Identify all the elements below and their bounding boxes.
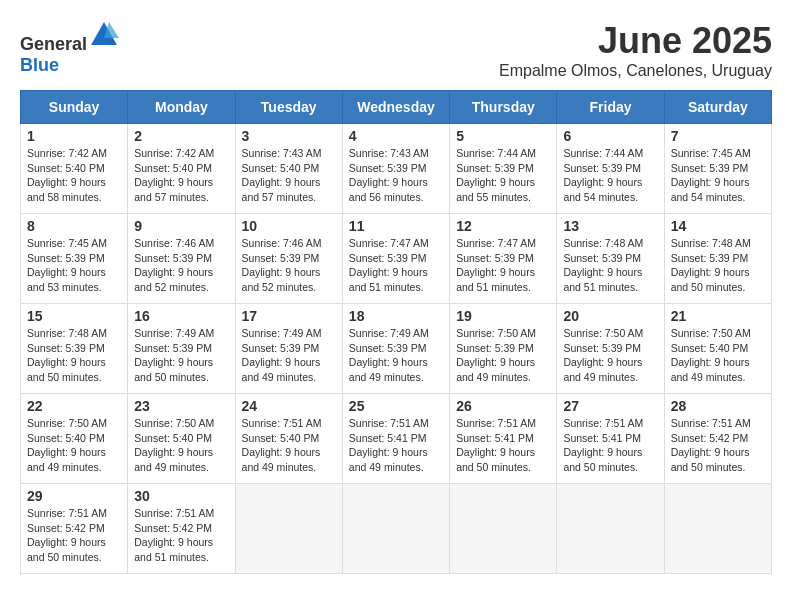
day-info: Sunrise: 7:49 AM Sunset: 5:39 PM Dayligh…	[134, 326, 228, 385]
day-info: Sunrise: 7:51 AM Sunset: 5:41 PM Dayligh…	[563, 416, 657, 475]
day-number: 3	[242, 128, 336, 144]
day-number: 15	[27, 308, 121, 324]
day-number: 7	[671, 128, 765, 144]
day-cell-5: 5Sunrise: 7:44 AM Sunset: 5:39 PM Daylig…	[450, 124, 557, 214]
day-number: 20	[563, 308, 657, 324]
calendar-header-row: SundayMondayTuesdayWednesdayThursdayFrid…	[21, 91, 772, 124]
day-info: Sunrise: 7:46 AM Sunset: 5:39 PM Dayligh…	[242, 236, 336, 295]
day-number: 30	[134, 488, 228, 504]
day-info: Sunrise: 7:50 AM Sunset: 5:40 PM Dayligh…	[671, 326, 765, 385]
week-row-4: 22Sunrise: 7:50 AM Sunset: 5:40 PM Dayli…	[21, 394, 772, 484]
day-cell-7: 7Sunrise: 7:45 AM Sunset: 5:39 PM Daylig…	[664, 124, 771, 214]
week-row-2: 8Sunrise: 7:45 AM Sunset: 5:39 PM Daylig…	[21, 214, 772, 304]
day-info: Sunrise: 7:51 AM Sunset: 5:42 PM Dayligh…	[27, 506, 121, 565]
page-header: General Blue June 2025 Empalme Olmos, Ca…	[20, 20, 772, 80]
logo-icon	[89, 20, 119, 50]
day-cell-8: 8Sunrise: 7:45 AM Sunset: 5:39 PM Daylig…	[21, 214, 128, 304]
day-number: 18	[349, 308, 443, 324]
day-cell-9: 9Sunrise: 7:46 AM Sunset: 5:39 PM Daylig…	[128, 214, 235, 304]
day-cell-4: 4Sunrise: 7:43 AM Sunset: 5:39 PM Daylig…	[342, 124, 449, 214]
day-number: 12	[456, 218, 550, 234]
day-info: Sunrise: 7:49 AM Sunset: 5:39 PM Dayligh…	[242, 326, 336, 385]
day-cell-22: 22Sunrise: 7:50 AM Sunset: 5:40 PM Dayli…	[21, 394, 128, 484]
empty-cell	[342, 484, 449, 574]
weekday-header-saturday: Saturday	[664, 91, 771, 124]
day-info: Sunrise: 7:43 AM Sunset: 5:40 PM Dayligh…	[242, 146, 336, 205]
day-number: 19	[456, 308, 550, 324]
day-cell-10: 10Sunrise: 7:46 AM Sunset: 5:39 PM Dayli…	[235, 214, 342, 304]
location-subtitle: Empalme Olmos, Canelones, Uruguay	[499, 62, 772, 80]
day-cell-30: 30Sunrise: 7:51 AM Sunset: 5:42 PM Dayli…	[128, 484, 235, 574]
weekday-header-sunday: Sunday	[21, 91, 128, 124]
day-number: 2	[134, 128, 228, 144]
day-cell-3: 3Sunrise: 7:43 AM Sunset: 5:40 PM Daylig…	[235, 124, 342, 214]
day-cell-1: 1Sunrise: 7:42 AM Sunset: 5:40 PM Daylig…	[21, 124, 128, 214]
day-info: Sunrise: 7:51 AM Sunset: 5:42 PM Dayligh…	[134, 506, 228, 565]
calendar-body: 1Sunrise: 7:42 AM Sunset: 5:40 PM Daylig…	[21, 124, 772, 574]
day-cell-24: 24Sunrise: 7:51 AM Sunset: 5:40 PM Dayli…	[235, 394, 342, 484]
day-info: Sunrise: 7:47 AM Sunset: 5:39 PM Dayligh…	[349, 236, 443, 295]
day-number: 16	[134, 308, 228, 324]
week-row-1: 1Sunrise: 7:42 AM Sunset: 5:40 PM Daylig…	[21, 124, 772, 214]
day-number: 5	[456, 128, 550, 144]
empty-cell	[450, 484, 557, 574]
day-info: Sunrise: 7:42 AM Sunset: 5:40 PM Dayligh…	[134, 146, 228, 205]
weekday-header-thursday: Thursday	[450, 91, 557, 124]
day-number: 10	[242, 218, 336, 234]
month-title: June 2025	[499, 20, 772, 62]
day-info: Sunrise: 7:44 AM Sunset: 5:39 PM Dayligh…	[563, 146, 657, 205]
weekday-header-friday: Friday	[557, 91, 664, 124]
day-cell-20: 20Sunrise: 7:50 AM Sunset: 5:39 PM Dayli…	[557, 304, 664, 394]
day-cell-23: 23Sunrise: 7:50 AM Sunset: 5:40 PM Dayli…	[128, 394, 235, 484]
day-number: 22	[27, 398, 121, 414]
day-info: Sunrise: 7:47 AM Sunset: 5:39 PM Dayligh…	[456, 236, 550, 295]
day-info: Sunrise: 7:45 AM Sunset: 5:39 PM Dayligh…	[27, 236, 121, 295]
day-info: Sunrise: 7:46 AM Sunset: 5:39 PM Dayligh…	[134, 236, 228, 295]
day-number: 21	[671, 308, 765, 324]
day-info: Sunrise: 7:43 AM Sunset: 5:39 PM Dayligh…	[349, 146, 443, 205]
day-cell-11: 11Sunrise: 7:47 AM Sunset: 5:39 PM Dayli…	[342, 214, 449, 304]
day-info: Sunrise: 7:51 AM Sunset: 5:42 PM Dayligh…	[671, 416, 765, 475]
day-cell-17: 17Sunrise: 7:49 AM Sunset: 5:39 PM Dayli…	[235, 304, 342, 394]
day-info: Sunrise: 7:48 AM Sunset: 5:39 PM Dayligh…	[27, 326, 121, 385]
day-cell-16: 16Sunrise: 7:49 AM Sunset: 5:39 PM Dayli…	[128, 304, 235, 394]
week-row-5: 29Sunrise: 7:51 AM Sunset: 5:42 PM Dayli…	[21, 484, 772, 574]
day-number: 28	[671, 398, 765, 414]
day-number: 6	[563, 128, 657, 144]
day-number: 24	[242, 398, 336, 414]
day-cell-2: 2Sunrise: 7:42 AM Sunset: 5:40 PM Daylig…	[128, 124, 235, 214]
day-number: 9	[134, 218, 228, 234]
day-number: 17	[242, 308, 336, 324]
day-info: Sunrise: 7:50 AM Sunset: 5:40 PM Dayligh…	[134, 416, 228, 475]
day-cell-6: 6Sunrise: 7:44 AM Sunset: 5:39 PM Daylig…	[557, 124, 664, 214]
day-info: Sunrise: 7:51 AM Sunset: 5:41 PM Dayligh…	[349, 416, 443, 475]
day-info: Sunrise: 7:50 AM Sunset: 5:39 PM Dayligh…	[456, 326, 550, 385]
week-row-3: 15Sunrise: 7:48 AM Sunset: 5:39 PM Dayli…	[21, 304, 772, 394]
day-info: Sunrise: 7:50 AM Sunset: 5:39 PM Dayligh…	[563, 326, 657, 385]
day-cell-15: 15Sunrise: 7:48 AM Sunset: 5:39 PM Dayli…	[21, 304, 128, 394]
calendar-table: SundayMondayTuesdayWednesdayThursdayFrid…	[20, 90, 772, 574]
day-info: Sunrise: 7:49 AM Sunset: 5:39 PM Dayligh…	[349, 326, 443, 385]
day-cell-13: 13Sunrise: 7:48 AM Sunset: 5:39 PM Dayli…	[557, 214, 664, 304]
weekday-header-tuesday: Tuesday	[235, 91, 342, 124]
logo: General Blue	[20, 20, 119, 76]
empty-cell	[664, 484, 771, 574]
day-number: 27	[563, 398, 657, 414]
day-cell-18: 18Sunrise: 7:49 AM Sunset: 5:39 PM Dayli…	[342, 304, 449, 394]
day-cell-21: 21Sunrise: 7:50 AM Sunset: 5:40 PM Dayli…	[664, 304, 771, 394]
day-info: Sunrise: 7:48 AM Sunset: 5:39 PM Dayligh…	[671, 236, 765, 295]
day-cell-25: 25Sunrise: 7:51 AM Sunset: 5:41 PM Dayli…	[342, 394, 449, 484]
day-info: Sunrise: 7:50 AM Sunset: 5:40 PM Dayligh…	[27, 416, 121, 475]
logo-general: General	[20, 34, 87, 54]
day-info: Sunrise: 7:51 AM Sunset: 5:41 PM Dayligh…	[456, 416, 550, 475]
logo-blue: Blue	[20, 55, 59, 75]
day-number: 1	[27, 128, 121, 144]
day-number: 29	[27, 488, 121, 504]
day-number: 14	[671, 218, 765, 234]
day-number: 23	[134, 398, 228, 414]
empty-cell	[557, 484, 664, 574]
day-number: 13	[563, 218, 657, 234]
day-info: Sunrise: 7:51 AM Sunset: 5:40 PM Dayligh…	[242, 416, 336, 475]
day-cell-29: 29Sunrise: 7:51 AM Sunset: 5:42 PM Dayli…	[21, 484, 128, 574]
day-number: 26	[456, 398, 550, 414]
